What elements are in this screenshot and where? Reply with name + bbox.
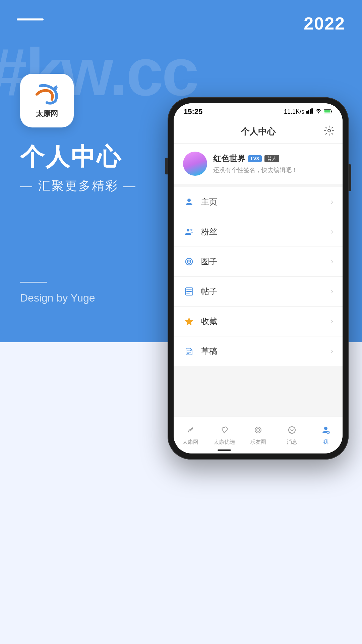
- arrow-icon: ›: [331, 317, 333, 326]
- profile-name: 红色世界: [213, 153, 245, 164]
- arrow-icon: ›: [331, 257, 333, 266]
- draft-icon: [183, 345, 195, 357]
- menu-label-draft: 草稿: [201, 346, 331, 357]
- svg-rect-2: [308, 110, 309, 114]
- menu-label-circle: 圈子: [201, 256, 331, 267]
- level-badge: LV8: [248, 155, 262, 162]
- menu-label-home: 主页: [201, 197, 331, 207]
- network-speed: 11.1K/s: [284, 108, 304, 115]
- home-icon: [183, 196, 195, 208]
- svg-rect-1: [306, 111, 308, 114]
- status-bar: 15:25 11.1K/s: [174, 103, 343, 120]
- phone-outer: 15:25 11.1K/s: [168, 97, 349, 460]
- battery-icon: [324, 108, 333, 115]
- settings-button[interactable]: [324, 125, 335, 138]
- menu-label-fans: 粉丝: [201, 226, 331, 237]
- nav-item-message[interactable]: 消息: [275, 425, 309, 446]
- nav-icon-home: [185, 425, 195, 437]
- menu-item-post[interactable]: 帖子 ›: [174, 277, 343, 307]
- nav-label-me: 我: [323, 439, 328, 446]
- avatar-image: [183, 152, 207, 176]
- menu-label-post: 帖子: [201, 286, 331, 297]
- profile-section[interactable]: 红色世界 LV8 普人 还没有个性签名，快去编辑吧！: [174, 144, 343, 184]
- app-header: 个人中心: [174, 120, 343, 144]
- status-icons: 11.1K/s: [284, 108, 333, 115]
- avatar: [183, 152, 207, 176]
- nav-label-circle: 乐友圈: [250, 439, 266, 446]
- svg-rect-4: [311, 108, 313, 114]
- phone-mockup: 15:25 11.1K/s: [168, 97, 349, 460]
- svg-marker-19: [185, 317, 193, 325]
- panel-subtitle: — 汇聚更多精彩 —: [20, 178, 137, 194]
- svg-rect-3: [310, 109, 311, 114]
- menu-item-circle[interactable]: 圈子 ›: [174, 247, 343, 277]
- svg-point-23: [290, 432, 291, 433]
- screen-content: 红色世界 LV8 普人 还没有个性签名，快去编辑吧！: [174, 144, 343, 417]
- svg-rect-6: [331, 111, 332, 112]
- svg-rect-7: [324, 110, 330, 112]
- menu-list: 主页 › 粉丝: [174, 187, 343, 366]
- top-dash: [17, 18, 44, 20]
- phone-screen: 15:25 11.1K/s: [174, 103, 343, 453]
- nav-label-select: 太康优选: [214, 439, 235, 446]
- nav-item-home[interactable]: 太康网: [174, 425, 207, 446]
- arrow-icon: ›: [331, 287, 333, 296]
- panel-title: 个人中心: [20, 141, 122, 173]
- fans-icon: [183, 226, 195, 238]
- svg-point-24: [324, 427, 327, 430]
- svg-point-20: [255, 427, 261, 433]
- nav-label-home: 太康网: [182, 439, 198, 446]
- type-badge: 普人: [264, 155, 279, 162]
- profile-info: 红色世界 LV8 普人 还没有个性签名，快去编辑吧！: [213, 153, 333, 174]
- svg-point-21: [257, 429, 259, 431]
- menu-item-draft[interactable]: 草稿 ›: [174, 336, 343, 366]
- star-icon: [183, 315, 195, 327]
- app-header-title: 个人中心: [241, 126, 276, 138]
- nav-active-indicator: [218, 449, 231, 451]
- logo-text: 太康网: [30, 109, 64, 119]
- nav-item-me[interactable]: 我: [309, 425, 343, 446]
- status-time: 15:25: [184, 107, 202, 116]
- nav-icon-message: [287, 425, 297, 437]
- svg-point-9: [187, 199, 191, 202]
- nav-icon-circle: [253, 425, 263, 437]
- profile-name-row: 红色世界 LV8 普人: [213, 153, 333, 164]
- designer-label: Design by Yuge: [20, 292, 95, 304]
- svg-point-11: [190, 229, 192, 231]
- panel-dash: [20, 282, 47, 283]
- nav-icon-me: [321, 425, 331, 437]
- menu-item-favorites[interactable]: 收藏 ›: [174, 307, 343, 336]
- menu-label-favorites: 收藏: [201, 316, 331, 327]
- nav-icon-select: [219, 425, 229, 437]
- menu-item-home[interactable]: 主页 ›: [174, 187, 343, 217]
- bottom-nav: 太康网 太康优选: [174, 417, 343, 453]
- post-icon: [183, 285, 195, 298]
- nav-label-message: 消息: [287, 439, 297, 446]
- arrow-icon: ›: [331, 198, 333, 206]
- svg-point-14: [189, 261, 190, 262]
- wifi-icon: [315, 108, 322, 115]
- arrow-icon: ›: [331, 347, 333, 356]
- svg-point-25: [326, 431, 330, 434]
- arrow-icon: ›: [331, 227, 333, 236]
- svg-point-10: [187, 229, 189, 231]
- circle-icon: [183, 256, 195, 268]
- nav-item-select[interactable]: 太康优选: [207, 425, 241, 446]
- profile-bio: 还没有个性签名，快去编辑吧！: [213, 166, 333, 174]
- app-logo: 太康网: [20, 74, 74, 127]
- svg-point-8: [328, 129, 330, 132]
- year-label: 2022: [304, 13, 345, 34]
- nav-item-circle[interactable]: 乐友圈: [241, 425, 275, 446]
- menu-item-fans[interactable]: 粉丝 ›: [174, 217, 343, 247]
- signal-icon: [306, 108, 313, 115]
